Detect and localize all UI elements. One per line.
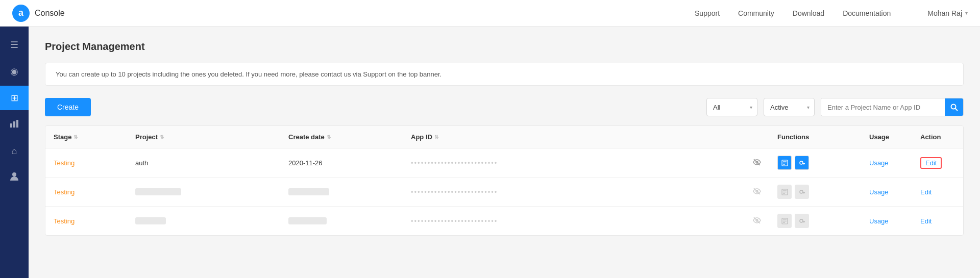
- layers-icon: ⊞: [11, 92, 18, 104]
- chart-icon: [9, 118, 19, 131]
- user-menu[interactable]: Mohan Raj ▾: [927, 9, 968, 17]
- svg-point-3: [12, 172, 16, 176]
- filter-all-select[interactable]: All: [706, 98, 757, 116]
- svg-point-21: [800, 190, 803, 193]
- menu-icon: ☰: [10, 39, 18, 50]
- sidebar-item-layers[interactable]: ⊞: [0, 86, 29, 110]
- sort-date-icon[interactable]: ⇅: [327, 134, 331, 140]
- row-0-functions: [769, 148, 861, 177]
- row-2-project: [127, 210, 280, 232]
- th-action: Action: [912, 126, 963, 148]
- th-create-date: Create date ⇅: [280, 126, 403, 148]
- svg-point-4: [951, 104, 955, 109]
- info-banner: You can create up to 10 projects includi…: [45, 63, 964, 86]
- sidebar-item-home[interactable]: ⌂: [0, 139, 29, 163]
- app-id-masked: ••••••••••••••••••••••••••: [411, 159, 749, 167]
- func-key-btn-1[interactable]: [795, 185, 809, 199]
- row-0-appid: ••••••••••••••••••••••••••: [403, 151, 769, 175]
- toggle-appid-visibility-2[interactable]: [753, 216, 761, 226]
- svg-point-30: [800, 219, 803, 222]
- nav-support[interactable]: Support: [695, 9, 720, 17]
- row-2-usage: Usage: [861, 210, 912, 232]
- key-icon: [799, 189, 805, 195]
- row-1-usage: Usage: [861, 181, 912, 203]
- nav-community[interactable]: Community: [738, 9, 774, 17]
- svg-line-5: [955, 108, 958, 111]
- analytics-icon: ◉: [10, 66, 18, 77]
- row-1-functions: [769, 178, 861, 206]
- eye-icon: [753, 187, 761, 195]
- nav-documentation[interactable]: Documentation: [843, 9, 891, 17]
- table-row: Testing ••••••••••••••••••••••••••: [45, 207, 963, 235]
- th-project: Project ⇅: [127, 126, 280, 148]
- filter-status-wrapper: Active Inactive ▾: [764, 98, 815, 116]
- sort-stage-icon[interactable]: ⇅: [74, 134, 78, 140]
- th-usage: Usage: [861, 126, 912, 148]
- row-0-date: 2020-11-26: [280, 152, 403, 174]
- row-2-appid: ••••••••••••••••••••••••••: [403, 209, 769, 233]
- row-1-date: [280, 181, 403, 203]
- svg-rect-1: [13, 121, 15, 128]
- search-button[interactable]: [945, 98, 963, 116]
- row-2-stage: Testing: [45, 210, 127, 232]
- func-doc-btn-0[interactable]: [777, 156, 792, 170]
- svg-point-12: [800, 161, 803, 164]
- doc-icon: [781, 218, 788, 224]
- filter-status-select[interactable]: Active Inactive: [764, 98, 815, 116]
- sort-appid-icon[interactable]: ⇅: [434, 134, 438, 140]
- app-logo: a: [12, 5, 30, 22]
- svg-rect-2: [16, 120, 18, 128]
- row-2-date: [280, 210, 403, 232]
- app-id-masked-1: ••••••••••••••••••••••••••: [411, 188, 749, 196]
- svg-rect-0: [10, 123, 12, 128]
- row-1-project: [127, 181, 280, 203]
- row-2-action: Edit: [912, 210, 963, 232]
- home-icon: ⌂: [12, 146, 17, 157]
- row-0-stage: Testing: [45, 152, 127, 174]
- nav-download[interactable]: Download: [793, 9, 824, 17]
- th-app-id: App ID ⇅: [403, 126, 769, 148]
- main-layout: ☰ ◉ ⊞ ⌂: [0, 27, 980, 278]
- search-input[interactable]: [821, 98, 945, 116]
- func-doc-btn-2[interactable]: [777, 214, 792, 228]
- filter-all-wrapper: All ▾: [706, 98, 757, 116]
- func-key-btn-0[interactable]: [795, 156, 809, 170]
- toggle-appid-visibility-1[interactable]: [753, 187, 761, 197]
- user-menu-chevron: ▾: [965, 10, 968, 16]
- logo-letter: a: [18, 8, 23, 18]
- create-button[interactable]: Create: [45, 98, 91, 116]
- main-content: Project Management You can create up to …: [29, 27, 980, 278]
- row-0-usage: Usage: [861, 152, 912, 174]
- row-0-action: Edit: [912, 150, 963, 176]
- func-doc-btn-1[interactable]: [777, 185, 792, 199]
- search-wrapper: [821, 98, 964, 116]
- project-blurred-2: [135, 217, 166, 224]
- toggle-appid-visibility-0[interactable]: [753, 158, 761, 168]
- user-name: Mohan Raj: [927, 9, 962, 17]
- user-icon: [9, 171, 19, 184]
- th-stage: Stage ⇅: [45, 126, 127, 148]
- table-row: Testing ••••••••••••••••••••••••••: [45, 178, 963, 207]
- table-header: Stage ⇅ Project ⇅ Create date ⇅ App ID ⇅…: [45, 126, 963, 148]
- date-blurred-2: [288, 217, 327, 224]
- sort-project-icon[interactable]: ⇅: [160, 134, 164, 140]
- sidebar-item-chart[interactable]: [0, 112, 29, 137]
- top-navigation: a Console Support Community Download Doc…: [0, 0, 980, 27]
- func-key-btn-2[interactable]: [795, 214, 809, 228]
- table-row: Testing auth 2020-11-26 ••••••••••••••••…: [45, 148, 963, 178]
- project-table: Stage ⇅ Project ⇅ Create date ⇅ App ID ⇅…: [45, 125, 964, 236]
- search-icon: [950, 104, 958, 111]
- th-functions: Functions: [769, 126, 861, 148]
- row-1-appid: ••••••••••••••••••••••••••: [403, 180, 769, 204]
- row-1-stage: Testing: [45, 181, 127, 203]
- key-icon: [799, 218, 805, 224]
- sidebar-item-user[interactable]: [0, 165, 29, 190]
- row-0-project: auth: [127, 152, 280, 174]
- row-2-functions: [769, 207, 861, 235]
- info-banner-text: You can create up to 10 projects includi…: [56, 70, 442, 78]
- sidebar-item-menu[interactable]: ☰: [0, 33, 29, 57]
- doc-icon: [781, 189, 788, 195]
- project-blurred-1: [135, 188, 181, 195]
- app-id-masked-2: ••••••••••••••••••••••••••: [411, 217, 749, 225]
- sidebar-item-analytics[interactable]: ◉: [0, 59, 29, 84]
